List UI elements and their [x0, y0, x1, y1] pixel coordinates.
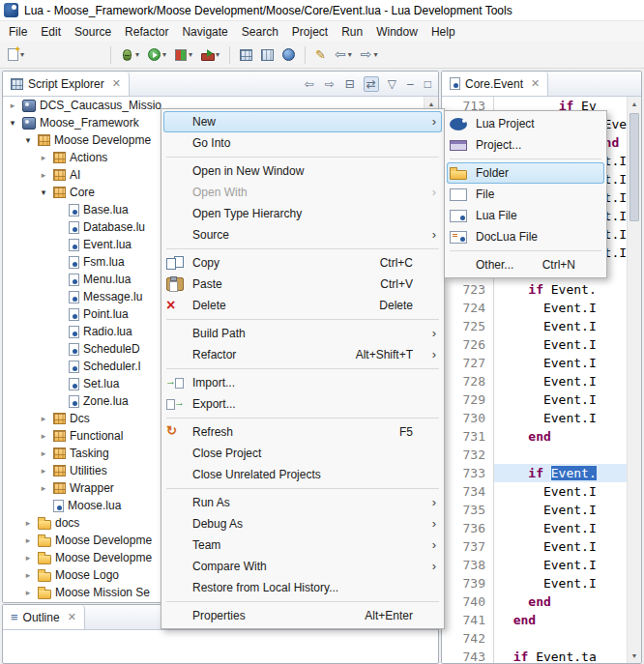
expand-arrow-icon[interactable]: ▸: [38, 153, 49, 162]
menubar-item-file[interactable]: File: [2, 23, 34, 41]
new-submenu-item-lua-project[interactable]: Lua Project: [447, 113, 604, 134]
code-line[interactable]: 723 if Event.: [442, 280, 627, 299]
context-menu-item-source[interactable]: Source›: [163, 224, 442, 245]
minimize-icon[interactable]: –: [405, 77, 416, 91]
expand-arrow-icon[interactable]: ▾: [38, 188, 49, 197]
context-menu-item-build-path[interactable]: Build Path›: [163, 323, 442, 344]
context-menu-item-refresh[interactable]: RefreshF5: [163, 421, 442, 443]
context-menu-item-open-with[interactable]: Open With›: [163, 182, 442, 203]
external-tools-button[interactable]: ▾: [198, 47, 222, 63]
code-line[interactable]: 737 Event.I: [442, 537, 627, 556]
scroll-down-icon[interactable]: ▼: [628, 649, 641, 663]
run-button[interactable]: ▾: [145, 46, 169, 63]
code-line[interactable]: 729 Event.I: [442, 390, 627, 409]
close-icon[interactable]: ✕: [68, 611, 76, 623]
editor-scrollbar[interactable]: ▲ ▼: [627, 97, 641, 663]
context-menu-item-close-project[interactable]: Close Project: [163, 443, 442, 464]
dropdown-arrow-icon[interactable]: ▾: [135, 50, 139, 59]
expand-arrow-icon[interactable]: ▾: [22, 135, 34, 145]
code-line[interactable]: 739 Event.I: [442, 574, 627, 592]
expand-arrow-icon[interactable]: ▸: [38, 170, 49, 180]
code-line[interactable]: 732: [442, 446, 627, 464]
code-line[interactable]: 734 Event.I: [442, 482, 627, 501]
menubar-item-project[interactable]: Project: [285, 23, 335, 41]
tab-core-event[interactable]: Core.Event ✕: [442, 72, 548, 96]
new-submenu-item-other[interactable]: Other...Ctrl+N: [447, 254, 604, 275]
context-menu-item-debug-as[interactable]: Debug As›: [163, 513, 442, 534]
menubar-item-search[interactable]: Search: [235, 23, 285, 41]
close-icon[interactable]: ✕: [112, 77, 121, 90]
view-menu-icon[interactable]: ▽: [386, 77, 398, 91]
context-menu-item-paste[interactable]: PasteCtrl+V: [163, 274, 442, 295]
back-button[interactable]: ▾: [332, 45, 355, 64]
code-line[interactable]: 728 Event.I: [442, 372, 627, 390]
expand-arrow-icon[interactable]: ▸: [22, 518, 34, 528]
context-menu-item-close-unrelated-projects[interactable]: Close Unrelated Projects: [163, 464, 442, 485]
dropdown-arrow-icon[interactable]: ▾: [348, 50, 352, 59]
code-line[interactable]: 724 Event.I: [442, 299, 627, 317]
new-submenu-item-folder[interactable]: Folder: [447, 162, 604, 184]
expand-arrow-icon[interactable]: ▸: [38, 414, 49, 423]
expand-arrow-icon[interactable]: ▸: [22, 535, 34, 545]
code-line[interactable]: 733 if Event.: [442, 464, 627, 482]
dropdown-arrow-icon[interactable]: ▾: [162, 50, 166, 59]
context-menu-item-open-type-hierarchy[interactable]: Open Type Hierarchy: [163, 203, 442, 224]
context-menu-item-properties[interactable]: PropertiesAlt+Enter: [163, 605, 442, 626]
expand-arrow-icon[interactable]: ▸: [7, 101, 18, 110]
forward-button[interactable]: ▾: [358, 45, 381, 64]
tab-script-explorer[interactable]: Script Explorer ✕: [3, 72, 130, 96]
context-menu-item-team[interactable]: Team›: [163, 534, 442, 556]
debug-button[interactable]: ▾: [118, 47, 142, 63]
new-submenu-item-doclua-file[interactable]: DocLua File: [447, 226, 604, 247]
expand-arrow-icon[interactable]: ▸: [22, 588, 34, 597]
expand-arrow-icon[interactable]: ▾: [7, 118, 18, 128]
open-type-button[interactable]: [237, 47, 255, 63]
code-line[interactable]: 731 end: [442, 427, 627, 446]
open-resource-button[interactable]: [258, 47, 277, 63]
scroll-up-icon[interactable]: ▲: [628, 97, 641, 111]
new-submenu-item-project[interactable]: Project...: [447, 134, 604, 156]
expand-arrow-icon[interactable]: ▸: [22, 553, 34, 563]
code-line[interactable]: 743 if Event.ta: [442, 648, 627, 663]
expand-arrow-icon[interactable]: ▸: [38, 431, 49, 441]
code-line[interactable]: 740 end: [442, 592, 627, 611]
context-menu-item-refactor[interactable]: RefactorAlt+Shift+T›: [163, 344, 442, 365]
nav-back-icon[interactable]: ⇦: [303, 77, 316, 91]
expand-arrow-icon[interactable]: ▸: [38, 483, 49, 493]
context-menu-item-delete[interactable]: DeleteDelete: [163, 295, 442, 316]
menubar-item-navigate[interactable]: Navigate: [175, 23, 234, 41]
context-menu-item-import[interactable]: Import...: [163, 372, 442, 393]
context-menu-item-open-in-new-window[interactable]: Open in New Window: [163, 160, 442, 182]
dropdown-arrow-icon[interactable]: ▾: [189, 50, 192, 59]
menubar-item-source[interactable]: Source: [68, 23, 118, 41]
context-menu-item-copy[interactable]: CopyCtrl+C: [163, 252, 442, 274]
expand-arrow-icon[interactable]: ▸: [22, 570, 34, 580]
tab-outline[interactable]: Outline ✕: [3, 605, 85, 629]
code-line[interactable]: 730 Event.I: [442, 409, 627, 427]
new-button[interactable]: ▾: [5, 46, 27, 63]
code-line[interactable]: 726 Event.I: [442, 335, 627, 354]
code-line[interactable]: 725 Event.I: [442, 317, 627, 335]
nav-forward-icon[interactable]: ⇨: [323, 77, 337, 91]
menubar-item-window[interactable]: Window: [369, 23, 424, 41]
code-line[interactable]: 727 Event.I: [442, 354, 627, 372]
menubar-item-edit[interactable]: Edit: [34, 23, 68, 41]
dropdown-arrow-icon[interactable]: ▾: [216, 50, 220, 59]
context-menu-item-go-into[interactable]: Go Into: [163, 132, 442, 154]
context-menu-item-export[interactable]: Export...: [163, 393, 442, 415]
code-line[interactable]: 742: [442, 629, 627, 648]
menubar-item-refactor[interactable]: Refactor: [118, 23, 175, 41]
context-menu-item-new[interactable]: New›: [163, 111, 442, 132]
code-line[interactable]: 738 Event.I: [442, 556, 627, 574]
code-line[interactable]: 735 Event.I: [442, 501, 627, 519]
web-browser-button[interactable]: [279, 46, 298, 63]
close-icon[interactable]: ✕: [531, 77, 540, 90]
maximize-icon[interactable]: □: [423, 77, 433, 91]
expand-arrow-icon[interactable]: ▸: [38, 448, 49, 458]
scrollbar-thumb[interactable]: [629, 113, 639, 221]
menubar-item-run[interactable]: Run: [335, 23, 369, 41]
last-edit-location-button[interactable]: [312, 46, 329, 64]
link-with-editor-icon[interactable]: ⇄: [364, 76, 379, 92]
menubar-item-help[interactable]: Help: [424, 23, 462, 41]
context-menu-item-restore-from-local-history[interactable]: Restore from Local History...: [163, 577, 442, 598]
